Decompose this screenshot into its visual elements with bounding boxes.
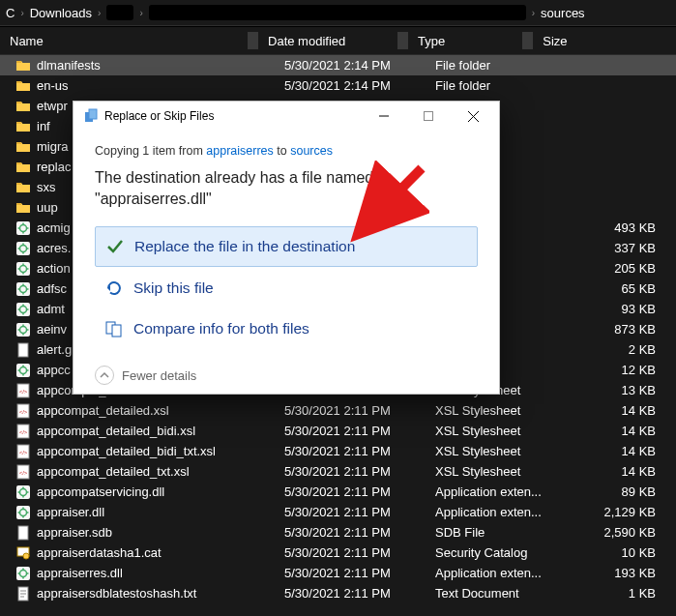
header-date[interactable]: Date modified <box>258 34 397 48</box>
file-size: 205 KB <box>549 261 665 276</box>
link-source[interactable]: appraiserres <box>206 144 273 158</box>
file-name: appcompat_detailed_txt.xsl <box>37 464 190 479</box>
svg-rect-6 <box>16 183 21 185</box>
file-row[interactable]: </>appcompat_detailed.xsl5/30/2021 2:11 … <box>0 400 676 421</box>
file-size: 193 KB <box>549 566 665 580</box>
text-icon <box>15 586 31 601</box>
file-date: 5/30/2021 2:11 PM <box>275 424 426 438</box>
file-row[interactable]: en-us5/30/2021 2:14 PMFile folder <box>0 75 676 96</box>
file-name: sxs <box>37 180 56 194</box>
file-name: acmig <box>37 220 71 235</box>
file-date: 5/30/2021 2:11 PM <box>275 403 426 418</box>
gear-icon <box>15 566 31 581</box>
file-name: appcompat_detailed.xsl <box>37 403 169 418</box>
dialog-titlebar[interactable]: Replace or Skip Files <box>73 102 499 131</box>
svg-rect-3 <box>16 122 21 124</box>
option-skip[interactable]: Skip this file <box>95 269 478 308</box>
file-row[interactable]: </>appcompat_detailed_bidi.xsl5/30/2021 … <box>0 421 676 441</box>
dialog-title: Replace or Skip Files <box>104 109 362 123</box>
folder-icon <box>15 139 31 155</box>
file-size: 12 KB <box>549 363 665 377</box>
file-type: Text Document <box>426 586 549 601</box>
header-size[interactable]: Size <box>533 34 676 48</box>
svg-text:</>: </> <box>19 389 28 395</box>
file-row[interactable]: </>appcompat_detailed_txt.xsl5/30/2021 2… <box>0 461 676 482</box>
file-type: Application exten... <box>426 505 549 519</box>
column-headers: Name Date modified Type Size <box>0 26 676 55</box>
file-size: 2 KB <box>549 342 665 357</box>
file-name: aeinv <box>37 322 67 337</box>
file-size: 493 KB <box>549 220 665 235</box>
file-name: admt <box>37 302 65 316</box>
file-name: dlmanifests <box>37 58 101 73</box>
file-name: en-us <box>37 78 69 93</box>
svg-text:</>: </> <box>19 429 28 435</box>
maximize-button[interactable] <box>406 102 451 131</box>
file-row[interactable]: appcompatservicing.dll5/30/2021 2:11 PMA… <box>0 482 676 502</box>
file-row[interactable]: appraisersdblatestoshash.txt5/30/2021 2:… <box>0 583 676 603</box>
file-size: 89 KB <box>549 484 665 499</box>
xsl-icon: </> <box>15 383 31 398</box>
minimize-button[interactable] <box>362 102 406 131</box>
skip-icon <box>104 279 124 298</box>
fewer-details-toggle[interactable]: Fewer details <box>95 366 478 385</box>
folder-icon <box>15 58 31 73</box>
gear-icon <box>15 241 31 256</box>
breadcrumb-sources[interactable]: sources <box>541 6 585 20</box>
replace-skip-dialog: Replace or Skip Files Copying 1 item fro… <box>73 101 500 395</box>
header-type[interactable]: Type <box>408 34 522 48</box>
file-name: etwpr <box>37 99 68 113</box>
conflict-message: The destination already has a file named… <box>95 167 478 209</box>
file-row[interactable]: dlmanifests5/30/2021 2:14 PMFile folder <box>0 55 676 75</box>
chevron-right-icon: › <box>20 8 23 18</box>
file-size: 14 KB <box>549 424 665 438</box>
svg-text:</>: </> <box>19 409 28 415</box>
file-type: XSL Stylesheet <box>426 403 549 418</box>
breadcrumb[interactable]: C › Downloads › › › sources <box>0 0 676 26</box>
file-name: action <box>37 261 71 276</box>
file-icon <box>15 342 31 358</box>
file-name: appcc <box>37 363 71 377</box>
checkmark-icon <box>105 237 125 256</box>
xsl-icon: </> <box>15 464 31 480</box>
gear-icon <box>15 322 31 337</box>
file-name: replac <box>37 160 71 174</box>
option-compare[interactable]: Compare info for both files <box>95 309 478 348</box>
file-row[interactable]: appraiser.sdb5/30/2021 2:11 PMSDB File2,… <box>0 522 676 543</box>
copy-status-line: Copying 1 item from appraiserres to sour… <box>95 144 478 158</box>
file-type: XSL Stylesheet <box>426 444 549 458</box>
header-name[interactable]: Name <box>0 34 248 48</box>
option-replace[interactable]: Replace the file in the destination <box>95 226 478 267</box>
svg-rect-73 <box>18 526 28 540</box>
folder-icon <box>15 78 31 94</box>
file-name: migra <box>37 139 69 154</box>
svg-rect-7 <box>16 203 21 205</box>
file-size: 13 KB <box>549 383 665 397</box>
file-name: appraiser.dll <box>37 505 104 519</box>
file-size: 93 KB <box>549 302 665 316</box>
compare-icon <box>104 319 124 338</box>
close-button[interactable] <box>451 102 495 131</box>
file-row[interactable]: </>appcompat_detailed_bidi_txt.xsl5/30/2… <box>0 441 676 461</box>
file-date: 5/30/2021 2:11 PM <box>275 444 426 458</box>
breadcrumb-root[interactable]: C <box>6 6 15 20</box>
svg-point-75 <box>23 553 29 559</box>
breadcrumb-downloads[interactable]: Downloads <box>30 6 92 20</box>
gear-icon <box>15 261 31 277</box>
redacted-segment <box>106 5 133 20</box>
file-size: 14 KB <box>549 444 665 458</box>
file-row[interactable]: appraiserdatasha1.cat5/30/2021 2:11 PMSe… <box>0 543 676 563</box>
svg-rect-87 <box>89 109 97 119</box>
svg-text:</>: </> <box>19 470 28 476</box>
copy-icon <box>83 108 99 124</box>
folder-icon <box>15 160 31 175</box>
file-row[interactable]: appraiserres.dll5/30/2021 2:11 PMApplica… <box>0 563 676 583</box>
file-name: appraiserres.dll <box>37 566 123 580</box>
folder-icon <box>15 99 31 114</box>
file-name: adfsc <box>37 281 67 296</box>
xsl-icon: </> <box>15 444 31 459</box>
file-type: XSL Stylesheet <box>426 464 549 479</box>
folder-icon <box>15 180 31 195</box>
file-row[interactable]: appraiser.dll5/30/2021 2:11 PMApplicatio… <box>0 502 676 522</box>
link-destination[interactable]: sources <box>290 144 333 158</box>
